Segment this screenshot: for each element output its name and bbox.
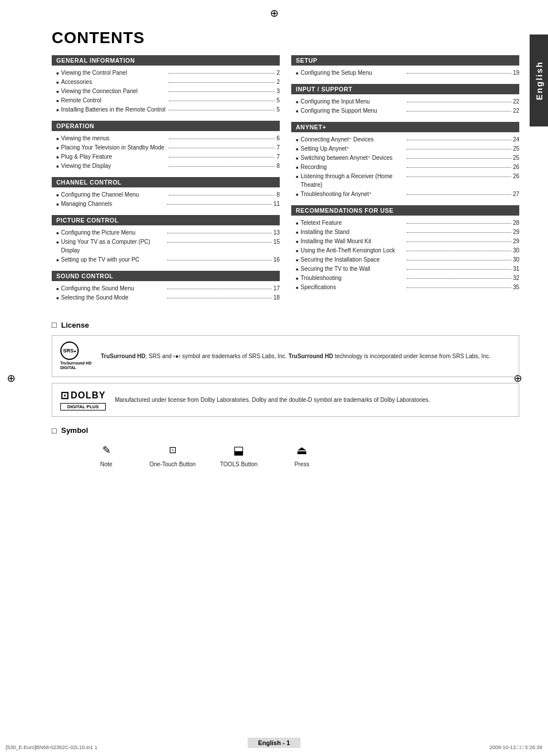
toc-item-text: Setting Up Anynet⁺ (300, 144, 405, 153)
toc-item: Listening through a Receiver (Home Theat… (291, 172, 519, 189)
page-title: CONTENTS (52, 29, 519, 47)
note-label: Note (100, 461, 112, 467)
toc-page: 19 (513, 68, 519, 77)
toc-item: Troubleshooting for Anynet⁺27 (291, 190, 519, 198)
toc-dots (169, 195, 275, 195)
toc-page: 28 (513, 218, 519, 227)
footer-left: [530_E.Euro]BN68-02362C-02L10.in1 1 (6, 745, 98, 750)
toc-item: Accessories2 (52, 78, 280, 86)
side-language-label: English (534, 61, 544, 100)
section-block: RECOMMENDATIONS FOR USETeletext Feature2… (291, 205, 519, 291)
tools-label: TOOLS Button (220, 461, 257, 467)
toc-item-text: Configuring the Channel Menu (61, 190, 167, 199)
symbol-title: Symbol (52, 426, 519, 435)
toc-item-text: Accessories (61, 78, 167, 86)
toc-page: 3 (276, 87, 280, 95)
toc-page: 18 (273, 293, 280, 302)
toc-item: Managing Channels11 (52, 199, 280, 208)
toc-dots (407, 149, 511, 149)
section-header: INPUT / SUPPORT (291, 84, 519, 94)
toc-item: Configuring the Picture Menu13 (52, 228, 280, 237)
tools-icon: ⬓ (219, 442, 259, 458)
toc-item: Recording26 (291, 163, 519, 171)
footer-page-number: English - 1 (248, 738, 300, 748)
section-header: CHANNEL CONTROL (52, 177, 280, 187)
toc-item: Viewing the Connection Panel3 (52, 87, 280, 95)
toc-dots (169, 148, 275, 148)
toc-page: 26 (513, 172, 519, 181)
toc-page: 22 (513, 106, 519, 115)
toc-item: Configuring the Support Menu22 (291, 106, 519, 115)
toc-dots (169, 101, 275, 101)
toc-dots (167, 204, 272, 205)
toc-item-text: Connecting Anynet⁺ Devices (300, 135, 405, 144)
toc-dots (169, 91, 275, 92)
section-header: OPERATION (52, 121, 280, 131)
toc-item: Configuring the Input Menu22 (291, 97, 519, 106)
toc-page: 16 (273, 255, 280, 264)
toc-item-text: Configuring the Input Menu (300, 97, 405, 106)
toc-item-text: Installing the Wall Mount Kit (300, 237, 405, 245)
toc-dots (407, 223, 511, 224)
section-block: SETUPConfiguring the Setup Menu19 (291, 55, 519, 77)
one-touch-label: One-Touch Button (149, 461, 196, 467)
toc-page: 26 (513, 163, 519, 171)
symbol-tools: ⬓ TOOLS Button (219, 442, 259, 467)
toc-page: 25 (513, 144, 519, 153)
toc-item-text: Installing Batteries in the Remote Contr… (61, 105, 167, 114)
section-block: INPUT / SUPPORTConfiguring the Input Men… (291, 84, 519, 115)
toc-item: Installing Batteries in the Remote Contr… (52, 105, 280, 114)
toc-item: Installing the Stand29 (291, 228, 519, 236)
toc-page: 29 (513, 228, 519, 236)
toc-item-text: Configuring the Setup Menu (300, 68, 405, 77)
toc-page: 11 (273, 199, 280, 208)
toc-page: 7 (276, 152, 280, 161)
toc-item-text: Troubleshooting for Anynet⁺ (300, 190, 405, 198)
toc-dots (407, 167, 511, 168)
reg-mark-left: ⊕ (7, 372, 16, 385)
main-content: CONTENTS GENERAL INFORMATIONViewing the … (52, 29, 519, 727)
toc-dots (407, 102, 511, 102)
dolby-license-box: ⊡ DOLBY DIGITAL PLUS Manufactured under … (52, 383, 519, 417)
toc-dots (407, 269, 511, 270)
toc-columns: GENERAL INFORMATIONViewing the Control P… (52, 55, 519, 309)
toc-item-text: Using Your TV as a Computer (PC) Display (61, 237, 165, 255)
side-language-tab: English (530, 34, 548, 126)
toc-item: Connecting Anynet⁺ Devices24 (291, 135, 519, 144)
toc-item-text: Viewing the Control Panel (61, 68, 167, 77)
footer-right: 2009-10-13 □□ 5:26:39 (489, 745, 542, 750)
toc-item-text: Remote Control (61, 96, 167, 105)
toc-item-text: Switching between Anynet⁺ Devices (300, 153, 405, 162)
toc-item: Switching between Anynet⁺ Devices25 (291, 153, 519, 162)
toc-item-text: Teletext Feature (300, 218, 405, 227)
section-header: PICTURE CONTROL (52, 215, 280, 225)
srs-license-text: TruSurround HD, SRS and ‹●› symbol are t… (101, 352, 491, 360)
toc-item-text: Setting up the TV with your PC (61, 255, 165, 264)
toc-item: Teletext Feature28 (291, 218, 519, 227)
section-header: RECOMMENDATIONS FOR USE (291, 205, 519, 216)
toc-page: 24 (513, 135, 519, 144)
toc-item: Configuring the Setup Menu19 (291, 68, 519, 77)
toc-page: 8 (276, 162, 280, 170)
toc-item-text: Viewing the menus (61, 134, 167, 143)
toc-item: Specifications35 (291, 283, 519, 291)
toc-dots (167, 289, 272, 289)
toc-dots (169, 166, 275, 167)
toc-item: Viewing the menus6 (52, 134, 280, 143)
toc-item-text: Using the Anti-Theft Kensington Lock (300, 246, 405, 255)
reg-mark-top: ⊕ (270, 7, 279, 20)
section-block: GENERAL INFORMATIONViewing the Control P… (52, 55, 280, 114)
section-block: CHANNEL CONTROLConfiguring the Channel M… (52, 177, 280, 208)
toc-item-text: Troubleshooting (300, 274, 405, 282)
toc-dots (169, 73, 275, 74)
toc-dots (407, 287, 511, 288)
toc-item: Setting up the TV with your PC16 (52, 255, 280, 264)
symbol-one-touch: ⊡ One-Touch Button (149, 442, 196, 467)
toc-item-text: Configuring the Support Menu (300, 106, 405, 115)
toc-dots (169, 139, 275, 139)
toc-page: 25 (513, 153, 519, 162)
toc-item: Setting Up Anynet⁺25 (291, 144, 519, 153)
one-touch-icon: ⊡ (149, 442, 196, 458)
press-label: Press (295, 461, 310, 467)
toc-page: 29 (513, 237, 519, 245)
